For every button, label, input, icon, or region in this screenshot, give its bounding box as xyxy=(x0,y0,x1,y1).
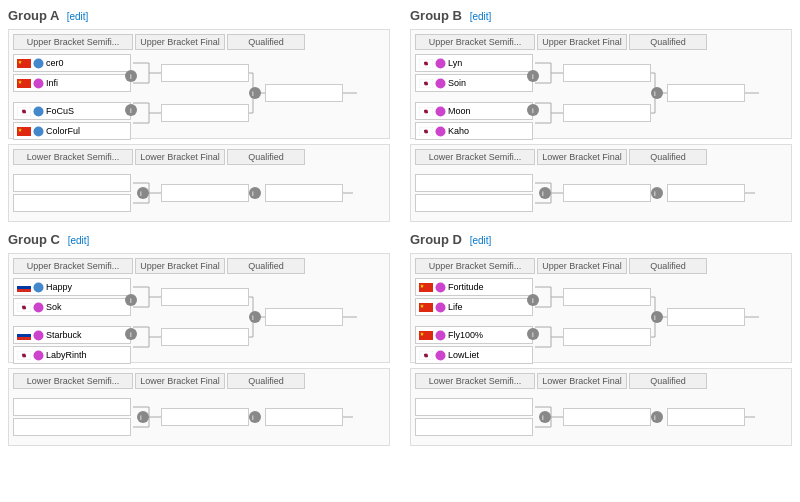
empty-slot xyxy=(265,408,343,426)
empty-slot xyxy=(563,288,651,306)
svg-point-11 xyxy=(34,126,44,136)
lower-header-0: Lower Bracket Semifi... xyxy=(13,149,133,165)
edit-link[interactable]: [edit] xyxy=(68,235,90,246)
svg-point-80 xyxy=(34,302,44,312)
svg-point-87 xyxy=(34,350,44,360)
race-icon xyxy=(435,106,446,117)
group-title: Group B [edit] xyxy=(410,8,792,23)
svg-point-147 xyxy=(651,411,663,423)
lower-header-2: Qualified xyxy=(227,149,305,165)
svg-point-144 xyxy=(539,411,551,423)
bracket-headers: Upper Bracket Semifi...Upper Bracket Fin… xyxy=(13,34,385,50)
upper-bracket-section: Upper Bracket Semifi...Upper Bracket Fin… xyxy=(410,29,792,139)
edit-link[interactable]: [edit] xyxy=(470,11,492,22)
race-icon xyxy=(33,302,44,313)
player-name: Happy xyxy=(46,282,72,292)
empty-slot xyxy=(415,194,533,212)
header-1: Upper Bracket Final xyxy=(135,34,225,50)
group-title: Group A [edit] xyxy=(8,8,390,23)
race-icon xyxy=(33,126,44,137)
empty-slot xyxy=(265,184,343,202)
svg-point-2 xyxy=(34,58,44,68)
player-name: Fortitude xyxy=(448,282,484,292)
race-icon xyxy=(435,302,446,313)
svg-point-137 xyxy=(651,311,663,323)
svg-point-121 xyxy=(436,330,446,340)
player-slot: Happy xyxy=(13,278,131,296)
upper-bracket-canvas: Happy Sok Starbuck LabyRinth iii xyxy=(13,278,385,358)
race-icon xyxy=(33,78,44,89)
empty-slot xyxy=(161,104,249,122)
score-badge-2: i xyxy=(125,328,137,340)
group-title-text: Group B xyxy=(410,8,462,23)
header-1: Upper Bracket Final xyxy=(537,258,627,274)
empty-slot xyxy=(563,328,651,346)
player-name: Soin xyxy=(448,78,466,88)
flag-icon xyxy=(419,79,433,88)
lower-header-1: Lower Bracket Final xyxy=(537,149,627,165)
lower-bracket-section: Lower Bracket Semifi...Lower Bracket Fin… xyxy=(8,368,390,446)
header-1: Upper Bracket Final xyxy=(135,258,225,274)
svg-text:i: i xyxy=(654,313,656,322)
race-icon xyxy=(435,58,446,69)
player-slot: cer0 xyxy=(13,54,131,72)
svg-point-48 xyxy=(436,126,446,136)
player-name: ColorFul xyxy=(46,126,80,136)
empty-slot xyxy=(161,328,249,346)
empty-slot xyxy=(161,408,249,426)
lower-bracket-canvas: ii xyxy=(13,393,385,441)
score-badge-2: i xyxy=(527,328,539,340)
empty-slot xyxy=(13,194,131,212)
flag-icon xyxy=(17,283,31,292)
svg-text:i: i xyxy=(252,313,254,322)
race-icon xyxy=(435,126,446,137)
player-slot: Moon xyxy=(415,102,533,120)
svg-rect-76 xyxy=(17,289,31,292)
lower-header-1: Lower Bracket Final xyxy=(537,373,627,389)
group-title-text: Group D xyxy=(410,232,462,247)
flag-icon xyxy=(17,303,31,312)
empty-slot xyxy=(13,174,131,192)
svg-point-42 xyxy=(436,78,446,88)
score-badge-1: i xyxy=(527,70,539,82)
upper-bracket-section: Upper Bracket Semifi...Upper Bracket Fin… xyxy=(8,29,390,139)
player-name: Fly100% xyxy=(448,330,483,340)
svg-text:i: i xyxy=(654,189,656,198)
svg-text:i: i xyxy=(542,413,544,422)
player-name: FoCuS xyxy=(46,106,74,116)
lower-header-1: Lower Bracket Final xyxy=(135,149,225,165)
svg-point-107 xyxy=(137,411,149,423)
svg-point-115 xyxy=(436,282,446,292)
svg-text:i: i xyxy=(252,189,254,198)
players-column: Fortitude Life Fly100% LowLiet xyxy=(415,278,533,364)
player-slot: Lyn xyxy=(415,54,533,72)
edit-link[interactable]: [edit] xyxy=(470,235,492,246)
player-slot: Sok xyxy=(13,298,131,316)
bracket-headers: Upper Bracket Semifi...Upper Bracket Fin… xyxy=(415,34,787,50)
flag-icon xyxy=(419,331,433,340)
player-name: LowLiet xyxy=(448,350,479,360)
empty-slot xyxy=(415,174,533,192)
player-slot: Starbuck xyxy=(13,326,131,344)
race-icon xyxy=(435,78,446,89)
player-name: Infi xyxy=(46,78,58,88)
lower-bracket-headers: Lower Bracket Semifi...Lower Bracket Fin… xyxy=(13,149,385,165)
group-d: Group D [edit]Upper Bracket Semifi...Upp… xyxy=(410,232,792,446)
svg-point-5 xyxy=(34,78,44,88)
header-0: Upper Bracket Semifi... xyxy=(13,34,133,50)
player-name: Kaho xyxy=(448,126,469,136)
player-name: Sok xyxy=(46,302,62,312)
empty-slot xyxy=(563,408,651,426)
lower-bracket-section: Lower Bracket Semifi...Lower Bracket Fin… xyxy=(410,144,792,222)
flag-icon xyxy=(419,283,433,292)
player-name: LabyRinth xyxy=(46,350,87,360)
svg-point-8 xyxy=(34,106,44,116)
upper-bracket-section: Upper Bracket Semifi...Upper Bracket Fin… xyxy=(8,253,390,363)
race-icon xyxy=(33,58,44,69)
svg-text:i: i xyxy=(654,89,656,98)
edit-link[interactable]: [edit] xyxy=(67,11,89,22)
svg-rect-75 xyxy=(17,286,31,289)
lower-bracket-canvas: ii xyxy=(415,169,787,217)
empty-slot xyxy=(563,184,651,202)
flag-icon xyxy=(419,303,433,312)
